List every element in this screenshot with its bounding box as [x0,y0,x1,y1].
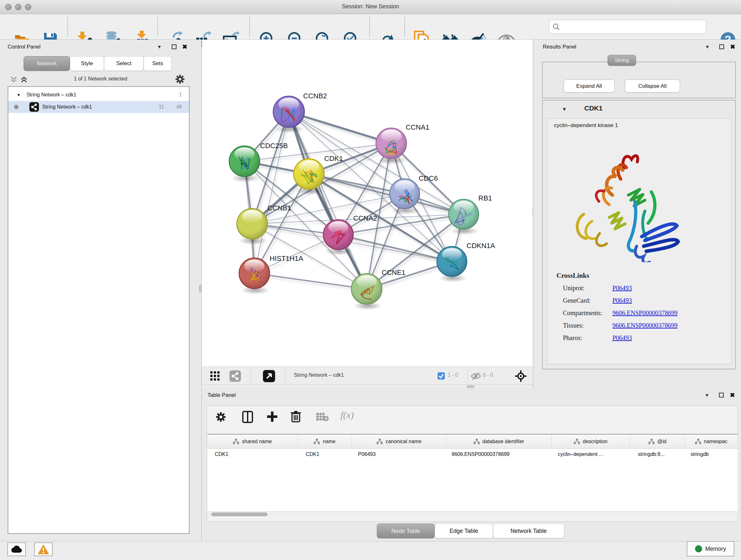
left-splitter-handle[interactable] [199,285,202,293]
results-panel-title: Results Panel [543,44,576,50]
current-network-name: String Network – cdk1 [294,372,344,378]
birdseye-view-icon[interactable] [210,371,220,382]
search-input[interactable] [560,23,697,30]
column-header-label: @id [657,439,667,444]
network-node-RB1[interactable] [449,199,479,235]
table-row[interactable]: CDK1CDK1P064939606.ENSP00000378699cyclin… [207,449,738,460]
control-panel: Control Panel ▼ ✖ NetworkStyleSelectSets… [0,40,202,541]
expand-all-button[interactable]: Expand All [563,79,615,92]
selected-checkbox[interactable] [437,372,445,381]
cloud-button[interactable] [7,543,26,556]
crosslink-label: Compartments: [563,309,612,317]
open-in-new-window-icon[interactable] [263,370,275,383]
delete-table-icon [316,412,329,423]
collapse-all-button[interactable]: Collapse All [625,79,680,92]
warnings-button[interactable] [34,543,53,556]
network-collection-row[interactable]: ▼ String Network – cdk1 1 [8,89,189,101]
tab-network-table[interactable]: Network Table [493,523,564,538]
status-bar: Memory [0,541,741,560]
entry-collapse-icon[interactable]: ▼ [562,106,567,112]
table-settings-gear-icon[interactable] [215,412,226,424]
fit-content-crosshair-icon[interactable] [515,370,527,383]
application-window: Session: New Session [0,0,741,560]
node-label-CCNA2: CCNA2 [353,214,377,222]
network-node-CCNA2[interactable] [323,220,354,255]
column-type-tree-icon [649,439,655,444]
node-count: 11 [158,104,164,110]
expand-all-icon[interactable] [20,75,28,85]
memory-button[interactable]: Memory [687,541,734,557]
crosslink-value-link[interactable]: 9606.ENSP00000378699 [612,309,677,317]
column-header-namespac[interactable]: namespac [685,435,738,448]
delete-column-trash-icon[interactable] [291,410,301,424]
network-status-dot [14,105,18,109]
edge-CCNB2-CCNA1[interactable] [289,112,391,143]
column-header-id[interactable]: @id [630,435,685,448]
table-panel-title: Table Panel [207,392,236,398]
network-row[interactable]: String Network – cdk1 11 48 [8,101,189,113]
float-panel-icon[interactable] [719,393,724,399]
node-label-CCNB1: CCNB1 [267,204,291,212]
panel-menu-icon[interactable]: ▼ [704,392,710,398]
column-header-name[interactable]: name [298,435,352,448]
selected-node-edge-counts: 1 - 0 [448,372,458,378]
collapse-all-icon[interactable] [10,75,18,85]
network-node-CDKN1A[interactable] [437,246,467,282]
crosslinks-title: CrossLinks [556,272,589,280]
float-panel-icon[interactable] [719,44,724,51]
entry-detail-box: cyclin–dependent kinase 1 [547,118,732,364]
close-panel-icon[interactable]: ✖ [730,43,735,51]
column-type-tree-icon [377,439,383,444]
collapse-triangle-icon[interactable]: ▼ [17,92,21,98]
tab-select[interactable]: Select [104,56,144,71]
hidden-eye-slash-icon [471,372,481,381]
column-type-tree-icon [695,439,701,444]
horizontal-scrollbar-thumb[interactable] [211,512,267,516]
panel-menu-icon[interactable]: ▼ [157,44,162,50]
crosslink-row: Compartments:9606.ENSP00000378699 [563,309,729,317]
network-node-CCNB2[interactable] [273,96,305,133]
gear-icon[interactable] [175,74,185,85]
network-node-CDC25B[interactable] [229,146,260,182]
tab-node-table[interactable]: Node Table [377,523,434,538]
show-columns-icon[interactable] [242,411,253,424]
add-column-icon[interactable] [266,411,278,424]
node-label-CCNB2: CCNB2 [303,92,327,100]
crosslink-label: Tissues: [563,322,612,329]
float-panel-icon[interactable] [172,44,177,51]
column-header-shared-name[interactable]: shared name [207,435,298,448]
network-node-CDC6[interactable] [390,179,420,214]
network-node-CCNB1[interactable] [237,208,268,245]
column-header-database-identifier[interactable]: database identifier [447,435,551,448]
horizontal-scrollbar-track[interactable] [207,511,738,517]
network-canvas[interactable]: CCNB2CCNA1CDC25BCDK1CDC6RB1CCNB1CCNA2CDK… [202,40,533,367]
crosslink-row: Uniprot:P06493 [563,285,729,292]
crosslink-value-link[interactable]: 9606.ENSP00000378699 [612,322,677,329]
column-type-tree-icon [474,439,480,444]
column-header-label: shared name [242,439,272,444]
node-label-HIST1H1A: HIST1H1A [270,254,303,262]
table-cell: CDK1 [215,449,298,460]
network-share-icon[interactable] [229,370,241,383]
tab-network[interactable]: Network [23,56,70,71]
crosslink-value-link[interactable]: P06493 [612,334,632,341]
memory-label: Memory [705,546,726,552]
crosslink-value-link[interactable]: P06493 [612,297,632,304]
network-node-CCNE1[interactable] [351,273,382,310]
function-builder-icon: f(x) [340,410,354,421]
crosslink-value-link[interactable]: P06493 [612,285,632,292]
tab-string[interactable]: String [608,55,636,66]
tab-style[interactable]: Style [70,56,104,71]
close-panel-icon[interactable]: ✖ [182,43,187,51]
network-node-CDK1[interactable] [293,159,325,195]
column-header-canonical-name[interactable]: canonical name [352,435,447,448]
tab-sets[interactable]: Sets [144,56,172,71]
close-panel-icon[interactable]: ✖ [730,391,735,399]
tab-edge-table[interactable]: Edge Table [434,523,493,538]
column-header-description[interactable]: description [551,435,630,448]
network-node-CCNA1[interactable] [376,128,407,165]
network-node-HIST1H1A[interactable] [239,258,270,294]
node-label-CCNA1: CCNA1 [406,123,429,131]
panel-menu-icon[interactable]: ▼ [705,44,710,50]
horizontal-splitter-handle[interactable] [467,385,475,388]
